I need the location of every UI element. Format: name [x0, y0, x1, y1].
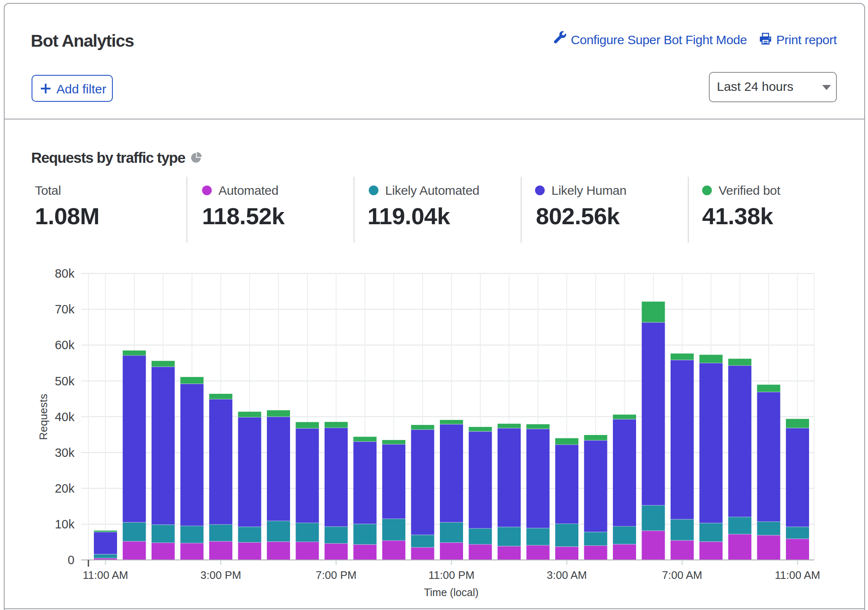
svg-text:Requests: Requests [37, 394, 50, 440]
svg-text:3:00 PM: 3:00 PM [200, 569, 241, 581]
svg-text:11:00 PM: 11:00 PM [429, 569, 474, 581]
svg-text:80k: 80k [55, 267, 75, 280]
svg-text:30k: 30k [55, 446, 75, 459]
svg-text:Time (local): Time (local) [424, 586, 479, 598]
svg-text:11:00 AM: 11:00 AM [83, 569, 128, 581]
svg-text:50k: 50k [55, 374, 75, 388]
svg-text:20k: 20k [55, 482, 75, 495]
svg-text:40k: 40k [55, 410, 75, 424]
svg-text:3:00 AM: 3:00 AM [547, 569, 587, 581]
svg-text:7:00 AM: 7:00 AM [662, 569, 702, 581]
svg-text:11:00 AM: 11:00 AM [775, 569, 820, 581]
svg-text:60k: 60k [55, 338, 75, 352]
svg-text:70k: 70k [55, 302, 75, 316]
svg-text:0: 0 [68, 553, 75, 567]
svg-text:7:00 PM: 7:00 PM [316, 569, 357, 581]
svg-text:10k: 10k [55, 517, 75, 531]
